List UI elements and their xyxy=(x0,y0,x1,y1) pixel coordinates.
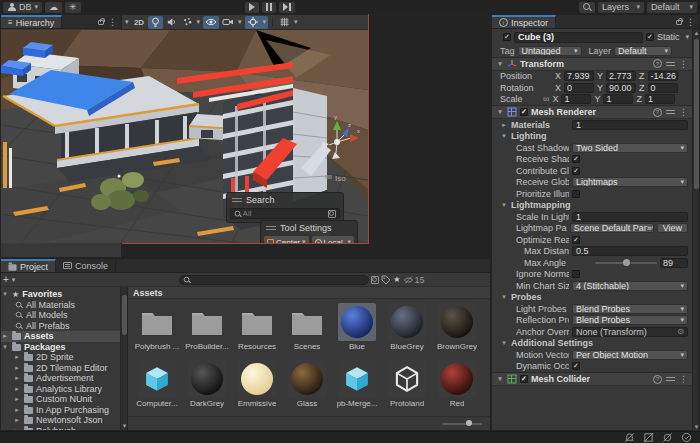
component-enabled-checkbox[interactable] xyxy=(520,108,528,116)
asset-item[interactable]: Red xyxy=(432,360,482,416)
asset-item[interactable]: Protoland xyxy=(382,360,432,416)
scene-visibility-toggle[interactable] xyxy=(203,16,219,29)
drag-handle-icon[interactable] xyxy=(232,198,242,202)
foldout-arrow[interactable] xyxy=(13,406,21,414)
create-asset-button[interactable]: +▾ xyxy=(3,274,15,285)
tree-item-packages[interactable]: Packages xyxy=(1,342,127,353)
min-chart-dropdown[interactable]: 4 (Stitchable) xyxy=(572,281,688,291)
account-button[interactable]: DB ▾ xyxy=(3,2,42,13)
breadcrumb[interactable]: Assets xyxy=(128,287,490,299)
2d-toggle-button[interactable]: 2D xyxy=(132,16,147,29)
refresh-disabled-icon[interactable] xyxy=(662,432,673,443)
rotation-x-field[interactable]: 0 xyxy=(564,83,594,93)
project-search[interactable] xyxy=(179,275,369,285)
label-filter-icon[interactable] xyxy=(381,275,391,285)
rotation-z-field[interactable]: 0 xyxy=(648,83,678,93)
tree-item-2d-sprite[interactable]: 2D Sprite xyxy=(1,352,127,363)
scene-viewport[interactable]: y x z Iso Search Tool Settings Cen xyxy=(1,30,368,243)
scroll-down-arrow[interactable]: ▼ xyxy=(121,423,128,429)
tree-item-iap[interactable]: In App Purchasing xyxy=(1,405,127,416)
kebab-menu-icon[interactable]: ⋮ xyxy=(679,374,688,384)
transform-header[interactable]: Transform ?⋮ xyxy=(492,57,692,71)
foldout-arrow[interactable] xyxy=(13,374,21,382)
drag-handle-icon[interactable] xyxy=(266,226,276,230)
anchor-override-field[interactable]: None (Transform)⊙ xyxy=(572,327,688,337)
tree-item-analytics[interactable]: Analytics Library xyxy=(1,384,127,395)
foldout-arrow[interactable] xyxy=(13,353,21,361)
foldout-arrow[interactable] xyxy=(500,293,508,301)
additional-settings-foldout[interactable]: Additional Settings xyxy=(511,338,688,348)
receive-gi-dropdown[interactable]: Lightmaps xyxy=(572,177,688,187)
asset-item[interactable]: DarkGrey xyxy=(182,360,232,416)
contribute-gi-checkbox[interactable] xyxy=(572,167,580,175)
scale-in-lightmap-field[interactable]: 1 xyxy=(572,212,688,222)
hidden-packages-toggle[interactable]: 15 xyxy=(403,275,425,285)
asset-item-selected[interactable]: Blue xyxy=(332,303,382,360)
foldout-arrow[interactable] xyxy=(496,60,504,68)
reflection-probes-dropdown[interactable]: Blend Probes xyxy=(572,315,688,325)
effects-dropdown[interactable]: ▾ xyxy=(180,16,203,29)
ignore-normals-checkbox[interactable] xyxy=(572,270,580,278)
help-icon[interactable]: ? xyxy=(653,108,662,117)
asset-item[interactable]: Glass xyxy=(282,360,332,416)
object-name-input[interactable] xyxy=(514,32,643,43)
project-tree-scrollbar[interactable]: ▼ xyxy=(120,287,127,430)
tree-item-advertisement[interactable]: Advertisement xyxy=(1,373,127,384)
scale-y-field[interactable]: 1 xyxy=(603,94,633,104)
layers-dropdown[interactable]: Layers▾ xyxy=(598,2,644,13)
grid-settings-dropdown[interactable]: ▾ xyxy=(277,16,300,29)
layer-dropdown[interactable]: Default xyxy=(614,46,672,56)
max-angle-slider[interactable] xyxy=(595,262,657,264)
gizmos-dropdown[interactable]: ▾ xyxy=(245,16,269,29)
search-by-type-icon[interactable] xyxy=(328,210,336,218)
asset-item[interactable]: pb-Merge... xyxy=(332,360,382,416)
foldout-arrow[interactable] xyxy=(500,132,508,140)
position-x-field[interactable]: 7.939 xyxy=(564,71,594,81)
kebab-menu-icon[interactable]: ⋮ xyxy=(686,17,695,27)
inspector-scrollbar[interactable]: ▲ ▼ xyxy=(692,29,699,431)
asset-item[interactable]: Polybrush ... xyxy=(132,303,182,360)
bell-muted-icon[interactable] xyxy=(624,432,635,443)
object-picker-icon[interactable]: ⊙ xyxy=(677,327,684,336)
lock-icon[interactable] xyxy=(98,20,104,25)
tree-item-favorites[interactable]: ★Favorites xyxy=(1,289,127,300)
orientation-dropdown[interactable]: Local▾ xyxy=(312,236,354,243)
lock-icon[interactable] xyxy=(676,20,682,25)
max-distance-field[interactable]: 0.5 xyxy=(572,246,688,256)
help-icon[interactable]: ? xyxy=(653,59,662,68)
foldout-arrow[interactable] xyxy=(500,339,508,347)
rotation-y-field[interactable]: 90.00 xyxy=(606,83,636,93)
optimize-realtime-checkbox[interactable] xyxy=(572,236,580,244)
kebab-menu-icon[interactable]: ⋮ xyxy=(108,17,117,27)
pause-button[interactable] xyxy=(262,2,276,13)
static-checkbox[interactable] xyxy=(646,33,654,41)
asset-item[interactable]: Emmissive xyxy=(232,360,282,416)
scene-search-input[interactable] xyxy=(243,209,326,218)
tree-item-all-materials[interactable]: All Materials xyxy=(1,300,127,311)
dynamic-occlusion-checkbox[interactable] xyxy=(572,362,580,370)
foldout-arrow[interactable] xyxy=(496,108,504,116)
asset-item[interactable]: Resources xyxy=(232,303,282,360)
services-button[interactable]: ✳ xyxy=(65,2,81,13)
prioritize-checkbox[interactable] xyxy=(572,190,580,198)
tree-item-all-models[interactable]: All Models xyxy=(1,310,127,321)
tree-item-2d-tilemap[interactable]: 2D Tilemap Editor xyxy=(1,363,127,374)
active-checkbox[interactable] xyxy=(503,33,511,41)
tag-dropdown[interactable]: Untagged xyxy=(518,46,582,56)
foldout-arrow[interactable] xyxy=(13,416,21,424)
mesh-renderer-header[interactable]: Mesh Renderer ?⋮ xyxy=(492,105,692,119)
preset-icon[interactable] xyxy=(666,375,675,383)
lightmap-params-dropdown[interactable]: Scene Default Par» xyxy=(570,223,654,233)
asset-item[interactable]: Scenes xyxy=(282,303,332,360)
scene-search-field[interactable] xyxy=(230,208,340,219)
receive-shadows-checkbox[interactable] xyxy=(572,155,580,163)
kebab-menu-icon[interactable]: ⋮ xyxy=(679,107,688,117)
tree-item-custom-nunit[interactable]: Custom NUnit xyxy=(1,394,127,405)
help-icon[interactable]: ? xyxy=(653,375,662,384)
light-probes-dropdown[interactable]: Blend Probes xyxy=(572,304,688,314)
asset-item[interactable]: BrownGrey xyxy=(432,303,482,360)
project-search-input[interactable] xyxy=(193,275,365,284)
foldout-arrow[interactable] xyxy=(13,395,21,403)
play-button[interactable] xyxy=(245,2,259,13)
position-y-field[interactable]: 2.773 xyxy=(606,71,636,81)
